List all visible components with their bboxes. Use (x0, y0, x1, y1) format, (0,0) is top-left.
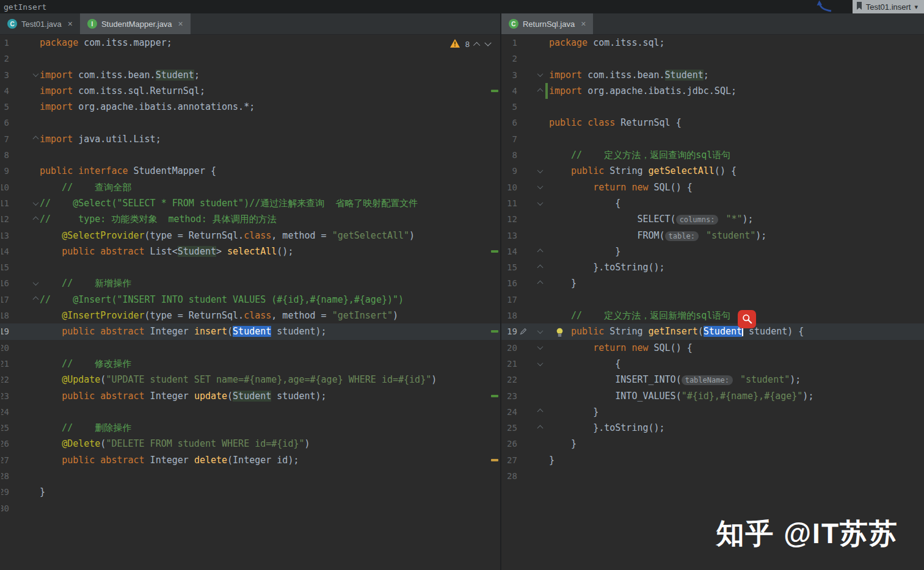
code-line[interactable]: 4import com.itss.sql.ReturnSql; (0, 83, 500, 99)
code-line[interactable]: 22 @Update("UPDATE student SET name=#{na… (0, 372, 500, 388)
fold-marker-icon[interactable] (31, 292, 40, 308)
code-line[interactable]: 7 (501, 131, 924, 147)
code-line[interactable]: 3import com.itss.bean.Student; (0, 67, 500, 83)
code-line[interactable]: 8 // 定义方法，返回查询的sql语句 (501, 147, 924, 163)
code-line[interactable]: 11// @Select("SELECT * FROM student")//通… (0, 195, 500, 211)
prev-warning-icon[interactable] (473, 41, 480, 48)
search-badge-icon[interactable] (738, 310, 756, 328)
fold-marker-icon[interactable] (31, 67, 40, 83)
line-number: 14 (501, 244, 517, 259)
code-line[interactable]: 14 public abstract List<Student> selectA… (0, 244, 500, 259)
code-line[interactable]: 10 // 查询全部 (0, 179, 500, 195)
code-line[interactable]: 10 return new SQL() { (501, 179, 924, 195)
fold-marker-icon[interactable] (31, 195, 40, 211)
error-stripe-mark[interactable] (491, 459, 498, 461)
fold-marker-icon[interactable] (31, 275, 40, 291)
fold-marker-icon[interactable] (537, 275, 544, 291)
code-line[interactable]: 2 (0, 51, 500, 67)
code-line[interactable]: 20 return new SQL() { (501, 340, 924, 356)
code-line[interactable]: 22 INSERT_INTO(tableName: "student"); (501, 372, 924, 388)
editor-left[interactable]: 1package com.itss.mapper;23import com.it… (0, 35, 500, 570)
code-line[interactable]: 19 public String getInsert(Student stude… (501, 323, 924, 339)
run-config-selector[interactable]: Test01.insert ▾ (853, 0, 924, 13)
code-line[interactable]: 11 { (501, 195, 924, 211)
code-line[interactable]: 1package com.itss.sql; (501, 35, 924, 51)
code-line[interactable]: 25 }.toString(); (501, 420, 924, 436)
fold-marker-icon[interactable] (537, 67, 544, 83)
code-line[interactable]: 30 (0, 500, 500, 516)
fold-marker-icon[interactable] (31, 211, 40, 227)
code-line[interactable]: 28 (0, 468, 500, 484)
code-line[interactable]: 8 (0, 147, 500, 163)
fold-marker-icon[interactable] (31, 131, 40, 147)
editor-right[interactable]: 1package com.itss.sql;23import com.itss.… (501, 35, 924, 570)
code-line[interactable]: 27 public abstract Integer delete(Intege… (0, 452, 500, 468)
code-line[interactable]: 1package com.itss.mapper; (0, 35, 500, 51)
code-line[interactable]: 9public interface StudentMapper { (0, 163, 500, 179)
tab-close-icon[interactable]: × (68, 19, 73, 29)
next-warning-icon[interactable] (484, 39, 491, 46)
code-line[interactable]: 15 (0, 259, 500, 275)
error-stripe-mark[interactable] (491, 250, 498, 253)
code-line[interactable]: 26 } (501, 436, 924, 452)
line-number: 3 (1, 67, 9, 83)
editor-tab[interactable]: CTest01.java× (0, 13, 80, 34)
code-line[interactable]: 24 (0, 404, 500, 420)
code-token: } (549, 278, 577, 289)
code-line[interactable]: 12// type: 功能类对象 method: 具体调用的方法 (0, 211, 500, 227)
code-line[interactable]: 21 { (501, 356, 924, 372)
code-line[interactable]: 5import org.apache.ibatis.annotations.*; (0, 99, 500, 115)
code-line[interactable]: 18 // 定义方法，返回新增的sql语句 (501, 308, 924, 323)
code-line[interactable]: 28 (501, 468, 924, 484)
code-line[interactable]: 9 public String getSelectAll() { (501, 163, 924, 179)
fold-marker-icon[interactable] (537, 404, 544, 420)
code-line[interactable]: 4import org.apache.ibatis.jdbc.SQL; (501, 83, 924, 99)
code-line[interactable]: 18 @InsertProvider(type = ReturnSql.clas… (0, 308, 500, 323)
tab-close-icon[interactable]: × (178, 19, 183, 29)
code-line[interactable]: 24 } (501, 404, 924, 420)
code-line[interactable]: 13 @SelectProvider(type = ReturnSql.clas… (0, 228, 500, 244)
error-stripe-mark[interactable] (491, 395, 498, 397)
code-line[interactable]: 6 (0, 115, 500, 131)
code-line[interactable]: 6public class ReturnSql { (501, 115, 924, 131)
code-line[interactable]: 29} (0, 484, 500, 500)
code-line[interactable]: 16 // 新增操作 (0, 275, 500, 291)
fold-marker-icon[interactable] (537, 420, 544, 436)
fold-marker-icon[interactable] (537, 244, 544, 259)
fold-marker-icon[interactable] (537, 259, 544, 275)
fold-marker-icon[interactable] (537, 356, 544, 372)
code-line[interactable]: 25 // 删除操作 (0, 420, 500, 436)
error-stripe-mark[interactable] (491, 90, 498, 92)
code-line[interactable]: 3import com.itss.bean.Student; (501, 67, 924, 83)
code-line[interactable]: 15 }.toString(); (501, 259, 924, 275)
fold-marker-icon[interactable] (537, 163, 544, 179)
code-line[interactable]: 26 @Delete("DELETE FROM student WHERE id… (0, 436, 500, 452)
inspections-widget[interactable]: 8 (450, 39, 490, 49)
editor-tab[interactable]: IStudentMapper.java× (80, 13, 191, 34)
code-line[interactable]: 2 (501, 51, 924, 67)
code-token: Student (665, 70, 704, 81)
fold-marker-icon[interactable] (537, 323, 544, 339)
code-line[interactable]: 16 } (501, 275, 924, 291)
tab-close-icon[interactable]: × (581, 19, 586, 29)
code-line[interactable]: 20 (0, 340, 500, 356)
code-line[interactable]: 23 INTO_VALUES("#{id},#{name},#{age}"); (501, 388, 924, 404)
code-line[interactable]: 19 public abstract Integer insert(Studen… (0, 323, 500, 339)
fold-marker-icon[interactable] (537, 83, 544, 99)
code-line[interactable]: 5 (501, 99, 924, 115)
code-line[interactable]: 12 SELECT(columns: "*"); (501, 211, 924, 227)
code-line[interactable]: 17// @Insert("INSERT INTO student VALUES… (0, 292, 500, 308)
code-line[interactable]: 27} (501, 452, 924, 468)
intention-bulb-icon[interactable] (555, 326, 564, 336)
code-line[interactable]: 7import java.util.List; (0, 131, 500, 147)
code-line[interactable]: 23 public abstract Integer update(Studen… (0, 388, 500, 404)
code-line[interactable]: 17 (501, 292, 924, 308)
code-line[interactable]: 13 FROM(table: "student"); (501, 228, 924, 244)
code-line[interactable]: 14 } (501, 244, 924, 259)
fold-marker-icon[interactable] (537, 179, 544, 195)
fold-marker-icon[interactable] (537, 195, 544, 211)
code-line[interactable]: 21 // 修改操作 (0, 356, 500, 372)
editor-tab[interactable]: CReturnSql.java× (501, 13, 593, 34)
fold-marker-icon[interactable] (537, 340, 544, 356)
error-stripe-mark[interactable] (491, 330, 498, 333)
